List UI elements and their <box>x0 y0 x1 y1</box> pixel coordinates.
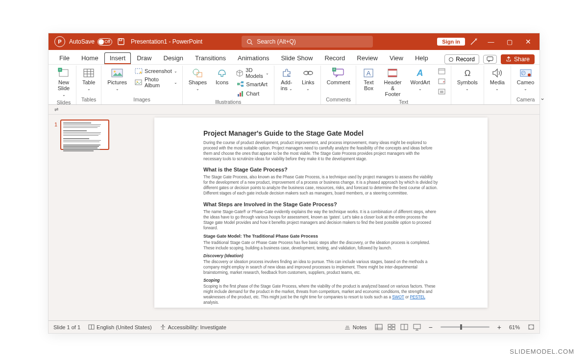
comments-pane-button[interactable] <box>483 55 497 64</box>
normal-view-button[interactable] <box>375 324 383 331</box>
slide-editor-area[interactable]: Project Manager's Guide to the Stage Gat… <box>112 115 539 320</box>
slide-canvas[interactable]: Project Manager's Guide to the Stage Gat… <box>154 118 488 308</box>
tab-draw[interactable]: Draw <box>131 52 157 64</box>
slide-thumbnail-panel[interactable]: 1 <box>49 115 112 320</box>
tab-insert[interactable]: Insert <box>104 52 131 64</box>
heading-discovery: Discovery (Ideation) <box>203 253 439 258</box>
tab-file[interactable]: File <box>53 52 75 64</box>
screenshot-button[interactable]: Screenshot ⌄ <box>134 67 178 75</box>
addins-button[interactable]: Add-ins ⌄ <box>278 67 295 93</box>
coming-soon-icon[interactable] <box>470 38 478 46</box>
comment-button[interactable]: + Comment <box>325 67 352 86</box>
table-button[interactable]: Table⌄ <box>80 67 97 93</box>
title-bar: P AutoSave Off Presentation1 - PowerPoin… <box>49 33 539 50</box>
shapes-button[interactable]: Shapes⌄ <box>187 67 209 93</box>
ribbon-group-tables: Table⌄ Tables <box>76 66 101 104</box>
search-placeholder: Search (Alt+Q) <box>257 38 296 45</box>
search-icon <box>246 39 253 45</box>
cameo-button[interactable]: P Cameo⌄ <box>515 67 536 93</box>
notes-button[interactable]: Notes <box>344 324 367 330</box>
object-icon <box>438 88 446 96</box>
chart-button[interactable]: Chart <box>235 89 270 98</box>
reading-view-button[interactable] <box>400 324 408 331</box>
comment-icon: + <box>332 68 345 78</box>
heading-traditional: Stage Gate Model: The Traditional Phase … <box>203 234 439 239</box>
svg-rect-57 <box>375 324 382 330</box>
slide-sorter-button[interactable] <box>388 324 395 331</box>
slide-counter[interactable]: Slide 1 of 1 <box>53 324 80 330</box>
save-icon[interactable] <box>117 38 125 46</box>
tab-help[interactable]: Help <box>409 52 434 64</box>
autosave-toggle[interactable]: AutoSave Off <box>69 38 112 46</box>
qat-customize-icon[interactable]: ⇌ <box>54 107 58 112</box>
wordart-button[interactable]: A WordArt⌄ <box>409 67 432 93</box>
svg-rect-8 <box>84 69 94 77</box>
slideshow-view-button[interactable] <box>413 324 421 331</box>
signin-button[interactable]: Sign in <box>437 38 465 46</box>
links-button[interactable]: Links⌄ <box>300 67 317 93</box>
search-box[interactable]: Search (Alt+Q) <box>242 36 373 48</box>
accessibility-button[interactable]: Accessibility: Investigate <box>160 324 226 330</box>
tab-view[interactable]: View <box>384 52 409 64</box>
date-time-button[interactable] <box>437 67 447 75</box>
watermark: SLIDEMODEL.COM <box>510 348 574 355</box>
smartart-button[interactable]: SmartArt <box>235 80 270 89</box>
svg-text:Ω: Ω <box>464 69 470 78</box>
ribbon-group-images: Pictures⌄ Screenshot ⌄ Photo Album ⌄ Ima… <box>101 66 182 104</box>
zoom-out-button[interactable]: − <box>429 323 433 331</box>
record-dot-icon <box>449 57 453 62</box>
zoom-level[interactable]: 61% <box>509 324 520 330</box>
minimize-button[interactable]: — <box>482 38 500 46</box>
svg-point-2 <box>247 39 251 43</box>
new-slide-button[interactable]: + NewSlide ⌄ <box>55 67 72 98</box>
ribbon-group-symbols: Ω Symbols⌄ <box>451 66 484 104</box>
link-swot[interactable]: SWOT <box>392 295 404 299</box>
pictures-button[interactable]: Pictures⌄ <box>105 67 129 93</box>
tab-design[interactable]: Design <box>158 52 189 64</box>
share-button[interactable]: Share <box>501 54 535 64</box>
svg-text:A: A <box>367 70 371 77</box>
tab-slideshow[interactable]: Slide Show <box>275 52 318 64</box>
svg-rect-27 <box>240 93 241 97</box>
link-pestel[interactable]: PESTEL <box>410 295 425 299</box>
svg-rect-21 <box>237 83 240 85</box>
language-button[interactable]: English (United States) <box>88 324 152 330</box>
svg-rect-28 <box>242 91 243 97</box>
slide-title: Project Manager's Guide to the Stage Gat… <box>203 129 439 137</box>
tab-transitions[interactable]: Transitions <box>189 52 232 64</box>
maximize-button[interactable]: ▢ <box>500 38 519 46</box>
photo-album-icon <box>135 78 143 86</box>
autosave-label: AutoSave <box>69 38 95 45</box>
fit-to-window-button[interactable] <box>528 324 535 330</box>
tab-animations[interactable]: Animations <box>232 52 275 64</box>
header-footer-button[interactable]: Header& Footer <box>382 67 403 98</box>
icons-button[interactable]: Icons <box>214 67 230 86</box>
textbox-button[interactable]: A TextBox <box>360 67 377 92</box>
3d-models-button[interactable]: 3D Models ⌄ <box>235 67 270 79</box>
cube-icon <box>236 69 244 77</box>
media-button[interactable]: Media⌄ <box>488 67 507 93</box>
object-button[interactable] <box>437 87 447 96</box>
zoom-slider[interactable] <box>441 326 490 328</box>
toggle-switch[interactable]: Off <box>98 38 112 46</box>
collapse-ribbon-button[interactable]: ⌄ <box>540 95 545 101</box>
record-button[interactable]: Record <box>444 54 479 64</box>
speaker-icon <box>491 68 504 78</box>
svg-rect-20 <box>197 73 202 77</box>
svg-rect-63 <box>392 327 395 330</box>
tab-record[interactable]: Record <box>318 52 351 64</box>
symbols-button[interactable]: Ω Symbols⌄ <box>455 67 480 93</box>
tab-review[interactable]: Review <box>351 52 384 64</box>
svg-rect-1 <box>120 39 122 41</box>
smartart-icon <box>236 80 244 88</box>
tab-home[interactable]: Home <box>75 52 104 64</box>
slide-thumbnail-1[interactable]: 1 <box>60 120 109 150</box>
photo-album-button[interactable]: Photo Album ⌄ <box>134 76 178 89</box>
document-title: Presentation1 - PowerPoint <box>131 38 202 45</box>
svg-rect-66 <box>414 324 420 329</box>
screenshot-icon <box>135 67 143 75</box>
slide-number-button[interactable]: # <box>437 77 447 86</box>
zoom-in-button[interactable]: + <box>497 323 501 331</box>
close-button[interactable]: ✕ <box>519 38 538 46</box>
pictures-icon <box>111 68 123 78</box>
